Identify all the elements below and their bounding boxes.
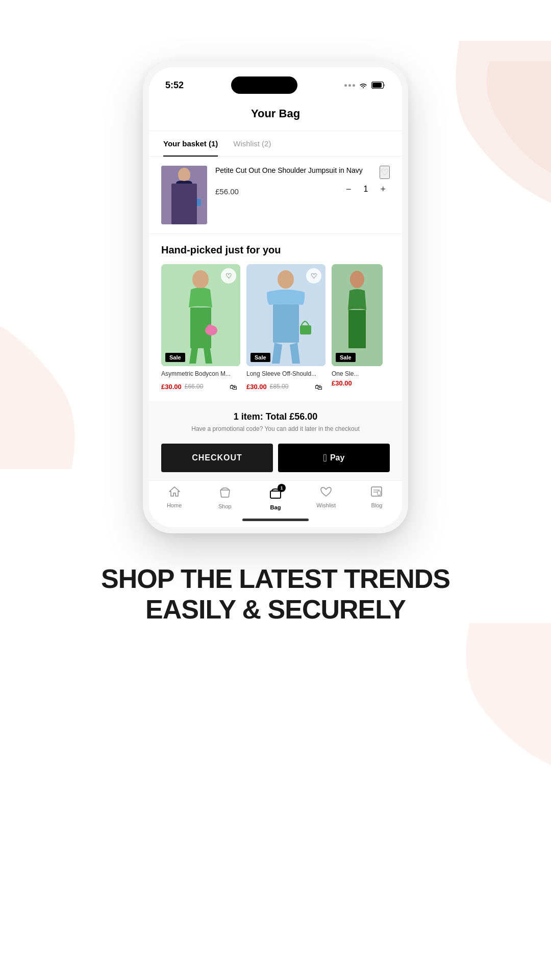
item-qty-row: £56.00 − 1 +	[215, 182, 390, 197]
bag-icon: 1	[269, 486, 282, 502]
signal-dots	[344, 84, 355, 87]
original-price-0: £66.00	[185, 383, 204, 390]
tabs-row: Your basket (1) Wishlist (2)	[149, 131, 402, 157]
promo-text: Have a promotional code? You can add it …	[161, 425, 390, 432]
product-name-1: Long Sleeve Off-Should...	[246, 370, 325, 377]
sale-badge-0: Sale	[165, 353, 185, 362]
apple-pay-label: Pay	[330, 453, 344, 462]
wishlist-icon	[320, 486, 332, 500]
original-price-1: £85.00	[270, 383, 289, 390]
product-name-2: One Sle...	[332, 370, 383, 377]
svg-point-3	[178, 168, 190, 182]
svg-rect-14	[273, 304, 299, 343]
headline-line2: EASILY & SECURELY	[41, 595, 510, 625]
bottom-nav: Home Shop	[149, 480, 402, 514]
item-price: £56.00	[215, 187, 239, 196]
home-bar	[242, 519, 309, 521]
sale-price-1: £30.00	[246, 383, 267, 391]
status-time: 5:52	[165, 80, 184, 91]
svg-rect-19	[270, 491, 281, 498]
total-bar: 1 item: Total £56.00 Have a promotional …	[149, 402, 402, 436]
item-details: Petite Cut Out One Shoulder Jumpsuit in …	[215, 166, 390, 197]
item-image	[161, 166, 207, 224]
item-name: Petite Cut Out One Shoulder Jumpsuit in …	[215, 166, 363, 176]
svg-rect-23	[378, 491, 381, 495]
phone-device: 5:52	[143, 61, 408, 533]
nav-shop[interactable]: Shop	[199, 486, 250, 510]
tab-basket[interactable]: Your basket (1)	[163, 131, 218, 156]
products-scroll: Sale ♡ Asymmetric Bodycon M... £30.00 £6…	[149, 264, 402, 402]
checkout-button[interactable]: CHECKOUT	[161, 444, 273, 472]
total-text: 1 item: Total £56.00	[161, 411, 390, 422]
product-price-row-2: £30.00	[332, 379, 383, 387]
svg-rect-15	[300, 325, 311, 334]
wifi-icon	[358, 82, 368, 89]
sale-badge-1: Sale	[251, 353, 270, 362]
svg-rect-1	[372, 83, 382, 88]
tab-wishlist[interactable]: Wishlist (2)	[233, 131, 271, 156]
product-image-0: Sale ♡	[161, 264, 240, 366]
battery-icon	[371, 82, 386, 89]
page-title: Your Bag	[149, 99, 402, 131]
nav-home-label: Home	[167, 502, 182, 508]
dynamic-island	[231, 76, 297, 94]
qty-decrease-button[interactable]: −	[342, 182, 356, 197]
sale-price-2: £30.00	[332, 379, 352, 387]
add-to-bag-button-0[interactable]: 🛍	[226, 379, 240, 394]
nav-wishlist[interactable]: Wishlist	[301, 486, 352, 510]
blog-icon	[370, 486, 383, 500]
item-row-top: Petite Cut Out One Shoulder Jumpsuit in …	[215, 166, 390, 182]
product-price-row-1: £30.00 £85.00 🛍	[246, 379, 325, 394]
product-card-0[interactable]: Sale ♡ Asymmetric Bodycon M... £30.00 £6…	[161, 264, 240, 394]
signal-dot-3	[353, 84, 355, 87]
svg-point-10	[205, 325, 217, 336]
home-indicator	[149, 514, 402, 527]
heart-button-1[interactable]: ♡	[306, 268, 321, 283]
bag-badge: 1	[278, 484, 286, 492]
bottom-headline: SHOP THE LATEST TRENDS EASILY & SECURELY	[0, 533, 551, 666]
screen-content: Your Bag Your basket (1) Wishlist (2)	[149, 99, 402, 527]
nav-wishlist-label: Wishlist	[316, 502, 336, 508]
svg-rect-4	[176, 194, 193, 217]
checkout-buttons: CHECKOUT  Pay	[149, 436, 402, 480]
product-name-0: Asymmetric Bodycon M...	[161, 370, 240, 377]
nav-bag[interactable]: 1 Bag	[250, 486, 300, 510]
nav-shop-label: Shop	[218, 503, 232, 509]
signal-dot-1	[344, 84, 347, 87]
shop-icon	[219, 486, 231, 501]
signal-dot-2	[348, 84, 351, 87]
product-image-2: Sale	[332, 264, 383, 366]
svg-rect-6	[192, 199, 201, 206]
nav-home[interactable]: Home	[149, 486, 199, 510]
qty-increase-button[interactable]: +	[376, 182, 390, 197]
sale-price-0: £30.00	[161, 383, 182, 391]
product-card-2[interactable]: Sale One Sle... £30.00	[332, 264, 383, 394]
basket-item: Petite Cut Out One Shoulder Jumpsuit in …	[149, 157, 402, 234]
home-icon	[168, 486, 181, 500]
phone-wrapper: 5:52	[0, 0, 551, 533]
nav-blog[interactable]: Blog	[352, 486, 402, 510]
svg-point-17	[350, 271, 364, 288]
status-bar: 5:52	[149, 67, 402, 99]
qty-value: 1	[364, 185, 368, 194]
svg-rect-18	[348, 310, 366, 348]
item-image-placeholder	[161, 166, 207, 224]
apple-pay-button[interactable]:  Pay	[278, 444, 390, 472]
svg-point-8	[192, 270, 209, 289]
status-icons	[344, 82, 386, 89]
qty-controls: − 1 +	[342, 182, 390, 197]
product-card-1[interactable]: Sale ♡ Long Sleeve Off-Should... £30.00 …	[246, 264, 325, 394]
apple-logo-icon: 	[323, 453, 327, 463]
heart-button-0[interactable]: ♡	[221, 268, 236, 283]
svg-rect-20	[371, 487, 382, 496]
phone-screen: 5:52	[149, 67, 402, 527]
add-to-bag-button-1[interactable]: 🛍	[311, 379, 325, 394]
nav-bag-label: Bag	[270, 504, 281, 510]
wishlist-heart-button[interactable]: ♡	[380, 166, 390, 179]
headline-line1: SHOP THE LATEST TRENDS	[41, 564, 510, 595]
svg-point-13	[278, 270, 294, 289]
product-price-row-0: £30.00 £66.00 🛍	[161, 379, 240, 394]
handpicked-section-title: Hand-picked just for you	[149, 234, 402, 264]
sale-badge-2: Sale	[336, 353, 356, 362]
product-image-1: Sale ♡	[246, 264, 325, 366]
